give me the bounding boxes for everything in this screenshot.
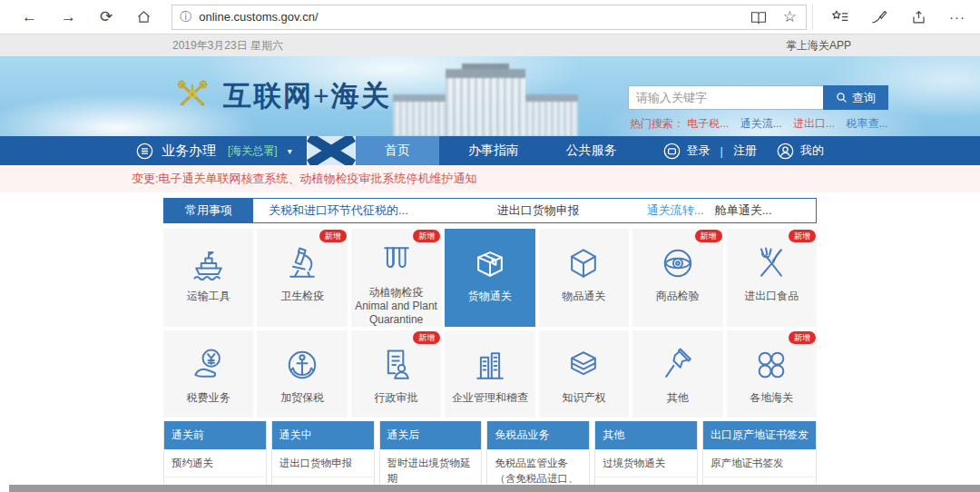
grid-tile-tax-services[interactable]: 税费业务 bbox=[163, 330, 253, 418]
column-header: 通关后 bbox=[380, 421, 482, 449]
site-header: 互联网+海关 查询 热门搜索： 电子税... 通关流... 进出口... 税率查… bbox=[0, 56, 980, 136]
notice-bar: 变更:电子通关单联网核查系统、动植物检疫审批系统停机维护通知 bbox=[0, 165, 980, 192]
nav-item-guide[interactable]: 办事指南 bbox=[445, 136, 543, 165]
cutlery-icon bbox=[751, 241, 791, 285]
hot-link-4[interactable]: 税率查... bbox=[846, 117, 887, 130]
favorites-hub-icon[interactable] bbox=[831, 9, 849, 25]
tile-label: 各地海关 bbox=[747, 391, 796, 405]
tile-label: 其他 bbox=[664, 391, 691, 405]
service-grid: 运输工具 新增 卫生检疫 新增 动植物检疫 Animal and Plant Q… bbox=[163, 229, 817, 418]
tile-label: 知识产权 bbox=[559, 391, 608, 405]
tile-label: 运输工具 bbox=[184, 290, 233, 303]
column-pre-clearance: 通关前 预约通关 新QP(进出境货物申报) bbox=[163, 421, 267, 485]
hot-search-row: 热门搜索： 电子税... 通关流... 进出口... 税率查... bbox=[630, 116, 896, 132]
grid-tile-commodity-inspection[interactable]: 新增 商品检验 bbox=[632, 229, 722, 327]
list-item[interactable]: 新QP(进出境货物申报) bbox=[164, 477, 266, 485]
grid-tile-processing-bonded[interactable]: 加贸保税 bbox=[257, 330, 347, 418]
category-tabbar: 常用事项 关税和进口环节代征税的... 进出口货物申报 通关流转... 舱单通关… bbox=[163, 198, 817, 223]
list-item[interactable]: 暂时进出境货物延期 bbox=[380, 449, 482, 485]
favorite-star-icon[interactable]: ☆ bbox=[783, 9, 797, 25]
site-logo[interactable]: 互联网+海关 bbox=[174, 76, 391, 116]
forward-icon[interactable]: → bbox=[61, 9, 76, 25]
reading-view-icon[interactable] bbox=[750, 10, 767, 25]
hot-link-1[interactable]: 电子税... bbox=[687, 117, 729, 130]
site-status-strip: 2019年3月23日 星期六 掌上海关APP bbox=[0, 34, 980, 56]
search-button[interactable]: 查询 bbox=[823, 85, 888, 110]
tab-declaration[interactable]: 进出口货物申报 bbox=[497, 202, 580, 219]
list-item[interactable]: 过境货物通关 bbox=[595, 449, 697, 477]
grid-tile-intellectual-property[interactable]: 知识产权 bbox=[539, 330, 629, 418]
package-icon bbox=[470, 241, 510, 285]
list-item[interactable]: 原产地证书签发 bbox=[703, 449, 816, 477]
hot-link-3[interactable]: 进出口... bbox=[793, 117, 835, 130]
clover-icon bbox=[751, 343, 791, 387]
nav-item-public-service[interactable]: 公共服务 bbox=[543, 136, 641, 165]
share-icon[interactable] bbox=[910, 9, 927, 25]
separator: | bbox=[720, 144, 723, 158]
tile-label: 行政审批 bbox=[372, 391, 421, 405]
home-icon[interactable] bbox=[136, 9, 152, 25]
web-note-pen-icon[interactable] bbox=[871, 9, 888, 25]
hamburger-menu-icon bbox=[136, 143, 153, 160]
org-selector[interactable]: [海关总署] bbox=[228, 143, 278, 159]
list-item[interactable]: 免税品监管业务（含免税品进口、入出库、调拨、销售、报损和核销） bbox=[487, 449, 589, 485]
tab-tariff[interactable]: 关税和进口环节代征税的... bbox=[269, 202, 408, 219]
grid-tile-import-export-food[interactable]: 新增 进出口食品 bbox=[727, 229, 817, 327]
new-badge: 新增 bbox=[695, 230, 722, 242]
grid-tile-enterprise-management[interactable]: 企业管理和稽查 bbox=[445, 330, 534, 418]
new-badge: 新增 bbox=[413, 331, 440, 344]
column-header: 其他 bbox=[595, 421, 697, 449]
service-columns: 通关前 预约通关 新QP(进出境货物申报) 通关中 进出口货物申报 通关后 暂时… bbox=[163, 421, 817, 485]
new-badge: 新增 bbox=[789, 331, 816, 344]
notice-link[interactable]: 变更:电子通关单联网核查系统、动植物检疫审批系统停机维护通知 bbox=[132, 171, 848, 187]
ship-icon bbox=[189, 241, 229, 285]
list-item[interactable]: 进出口货物申报 bbox=[272, 449, 374, 477]
column-other: 其他 过境货物通关 bbox=[594, 421, 698, 485]
hot-link-2[interactable]: 通关流... bbox=[740, 117, 782, 130]
tab-clearance-flow[interactable]: 通关流转... bbox=[647, 202, 704, 219]
eye-icon bbox=[658, 241, 698, 285]
url-text[interactable]: online.customs.gov.cn/ bbox=[199, 10, 750, 24]
tab-manifest[interactable]: 舱单通关... bbox=[715, 202, 772, 219]
microscope-icon bbox=[282, 241, 322, 285]
tile-label: 物品通关 bbox=[559, 290, 608, 303]
scrollbar-thumb[interactable] bbox=[9, 485, 980, 492]
tile-label: 加贸保税 bbox=[278, 391, 327, 405]
nav-item-home[interactable]: 首页 bbox=[356, 136, 439, 165]
grid-tile-other[interactable]: 其他 bbox=[632, 330, 722, 418]
site-info-icon[interactable]: ⓘ bbox=[180, 9, 191, 25]
yuan-hand-icon bbox=[189, 343, 229, 387]
refresh-icon[interactable]: ⟳ bbox=[100, 9, 113, 25]
books-icon bbox=[564, 343, 603, 387]
more-menu-icon[interactable]: ··· bbox=[949, 9, 965, 25]
grid-tile-local-customs[interactable]: 新增 各地海关 bbox=[727, 330, 817, 418]
search-icon bbox=[836, 92, 848, 103]
grid-tile-articles-clearance[interactable]: 物品通关 bbox=[539, 229, 629, 327]
tile-label: 企业管理和稽查 bbox=[449, 391, 531, 405]
grid-tile-cargo-clearance[interactable]: 货物通关 bbox=[445, 229, 534, 327]
grid-tile-animal-plant-quarantine[interactable]: 新增 动植物检疫 Animal and Plant Quarantine bbox=[351, 229, 441, 327]
address-bar[interactable]: ⓘ online.customs.gov.cn/ ☆ bbox=[172, 5, 807, 30]
column-during-clearance: 通关中 进出口货物申报 bbox=[271, 421, 375, 485]
new-badge: 新增 bbox=[413, 230, 440, 242]
page-date: 2019年3月23日 星期六 bbox=[172, 38, 283, 54]
tab-common-items[interactable]: 常用事项 bbox=[164, 198, 253, 223]
customs-building-image bbox=[386, 62, 585, 136]
mobile-app-link[interactable]: 掌上海关APP bbox=[786, 38, 851, 54]
chevron-down-icon[interactable]: ▾ bbox=[288, 146, 292, 156]
grid-tile-health-quarantine[interactable]: 新增 卫生检疫 bbox=[257, 229, 347, 327]
business-menu-button[interactable]: 业务办理 [海关总署] ▾ bbox=[136, 143, 292, 160]
grid-tile-transport[interactable]: 运输工具 bbox=[163, 229, 253, 327]
search-input[interactable] bbox=[628, 85, 823, 110]
column-header: 免税品业务 bbox=[487, 421, 589, 449]
login-link[interactable]: 登录 bbox=[687, 143, 710, 159]
register-link[interactable]: 注册 bbox=[733, 143, 757, 159]
customs-emblem-icon bbox=[174, 76, 211, 116]
back-icon[interactable]: ← bbox=[22, 9, 37, 25]
my-account[interactable]: 我的 bbox=[777, 143, 824, 160]
column-header: 出口原产地证书签发 bbox=[703, 421, 816, 449]
horizontal-scrollbar bbox=[0, 485, 980, 492]
list-item[interactable]: 预约通关 bbox=[164, 449, 266, 477]
grid-tile-administrative-approval[interactable]: 新增 行政审批 bbox=[351, 330, 441, 418]
test-tubes-icon bbox=[377, 241, 416, 281]
